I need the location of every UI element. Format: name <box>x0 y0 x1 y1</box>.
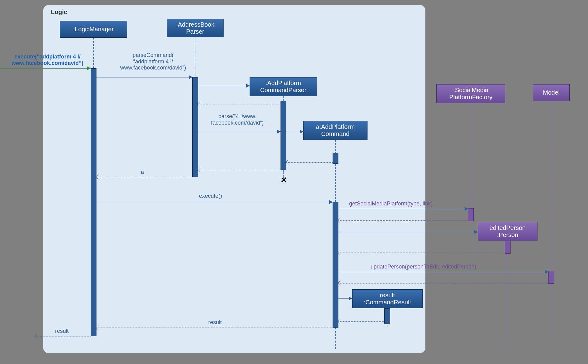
activation-model <box>548 271 554 284</box>
participant-label: Model <box>536 89 566 96</box>
activation-logic-manager <box>91 68 96 336</box>
participant-command-result: result :CommandResult <box>352 289 423 308</box>
arrowhead-icon <box>300 130 303 133</box>
logic-panel-label: Logic <box>51 9 67 16</box>
arrowhead-icon <box>465 207 468 211</box>
activation-addplatform-command2 <box>333 202 338 328</box>
msg-final-result: result <box>55 328 69 334</box>
msg-get-social-media-platform: getSocialMediaPlatform(type, link) <box>349 201 433 207</box>
arrow-parse <box>198 132 281 132</box>
activation-addplatform-command-parser <box>281 101 286 170</box>
activation-command-result <box>384 308 390 324</box>
arrowhead-icon <box>329 200 333 204</box>
arrowhead-icon <box>246 84 250 88</box>
lifeline-addressbook-parser <box>195 37 195 77</box>
arrow-return-parse <box>198 170 281 170</box>
participant-addressbook-parser: :AddressBook Parser <box>167 19 224 37</box>
arrowhead-icon <box>277 130 281 133</box>
arrowhead-icon <box>349 297 352 300</box>
participant-addplatform-command-parser: :AddPlatform CommandParser <box>250 77 317 96</box>
msg-parse-command: parseCommand( “addplatform 4 l/ www.face… <box>113 52 193 71</box>
lifeline-addplatform-command3 <box>335 328 336 349</box>
arrow-parse-command <box>96 77 192 77</box>
arrow-return-command-result-create <box>338 321 384 322</box>
arrow-create-parser <box>198 86 250 86</box>
arrowhead-icon <box>189 75 193 79</box>
lifeline-model <box>551 101 551 343</box>
participant-label: :AddressBook Parser <box>170 21 220 35</box>
participant-label: a:AddPlatform Command <box>307 123 364 137</box>
participant-label: editedPerson :Person <box>481 224 534 238</box>
participant-social-media-factory: :SocialMedia PlatformFactory <box>436 84 505 103</box>
arrow-final-result <box>35 336 91 336</box>
participant-edited-person: editedPerson :Person <box>478 222 537 241</box>
arrow-return-result <box>96 328 333 328</box>
arrow-get-social-media-platform <box>338 209 468 209</box>
arrowhead-icon <box>474 230 478 234</box>
msg-return-result: result <box>208 319 222 326</box>
lifeline-logic-manager <box>93 38 94 68</box>
lifeline-addplatform-command2 <box>335 164 336 202</box>
arrow-return-parser <box>198 104 281 104</box>
lifeline-edited-person <box>507 241 508 345</box>
arrow-return-command-create <box>286 162 333 163</box>
participant-addplatform-command: a:AddPlatform Command <box>303 121 368 140</box>
participant-label: result :CommandResult <box>356 292 419 306</box>
arrow-return-social-media <box>338 220 468 221</box>
msg-return-a: a <box>141 169 144 175</box>
activation-addressbook-parser <box>192 77 198 177</box>
activation-social-media-factory <box>468 208 474 221</box>
msg-initial-execute: execute(“addplatform 4 l/ www.facebook.c… <box>5 54 90 66</box>
activation-edited-person <box>505 241 511 254</box>
msg-parse: parse(“4 l/www. facebook.com/david”) <box>202 113 273 126</box>
participant-model: Model <box>533 84 570 101</box>
arrow-initial-execute <box>0 68 91 69</box>
arrow-create-edited-person <box>338 232 478 232</box>
lifeline-social-media-factory <box>470 103 471 209</box>
destroy-icon: ✕ <box>281 175 287 185</box>
msg-execute: execute() <box>199 193 222 199</box>
lifeline-addplatform-command <box>335 140 336 154</box>
arrowhead-icon <box>35 334 40 339</box>
arrowhead-icon <box>545 270 548 274</box>
participant-label: :SocialMedia PlatformFactory <box>440 87 502 101</box>
msg-update-person: updatePerson(personToEdit, editedPerson) <box>371 264 476 270</box>
participant-label: :AddPlatform CommandParser <box>253 80 314 94</box>
arrow-return-edited-person <box>338 253 505 253</box>
participant-label: :LogicManager <box>63 26 124 33</box>
activation-addplatform-command1 <box>333 153 338 164</box>
arrow-execute <box>96 202 333 202</box>
arrow-return-a <box>96 177 192 177</box>
arrowhead-icon <box>87 66 91 70</box>
arrow-update-person <box>338 272 548 272</box>
participant-logic-manager: :LogicManager <box>60 21 127 38</box>
arrow-return-update-person <box>338 283 548 283</box>
